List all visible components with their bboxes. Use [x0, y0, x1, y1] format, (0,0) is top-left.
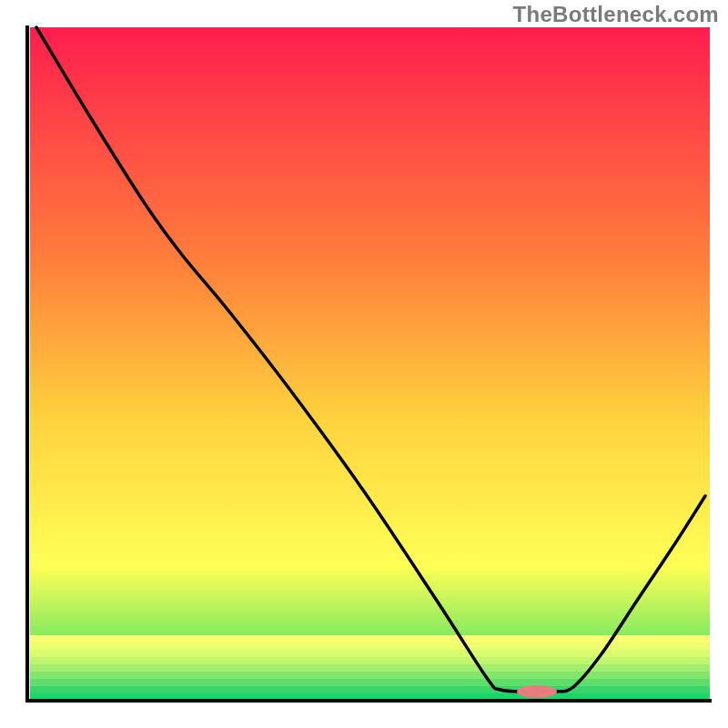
chart-svg [0, 0, 728, 728]
svg-rect-0 [30, 635, 710, 642]
watermark-label: TheBottleneck.com [513, 2, 719, 27]
svg-rect-5 [30, 672, 710, 679]
svg-rect-6 [30, 679, 710, 686]
minimum-marker [517, 685, 557, 698]
chart-container: { "watermark": "TheBottleneck.com", "cha… [0, 0, 728, 728]
svg-rect-4 [30, 664, 710, 672]
svg-rect-7 [30, 686, 710, 693]
svg-rect-2 [30, 650, 710, 657]
chart-background-gradient [30, 27, 710, 701]
svg-rect-3 [30, 657, 710, 664]
